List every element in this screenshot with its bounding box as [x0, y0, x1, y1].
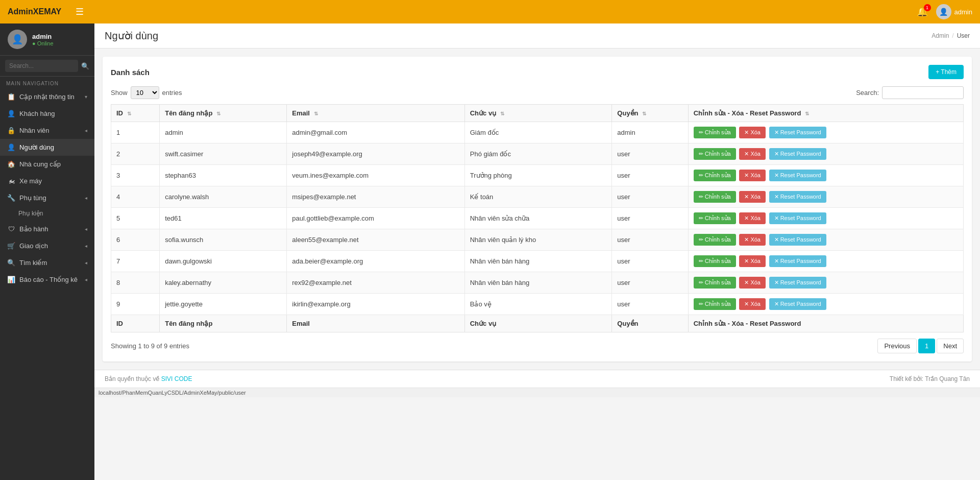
reset-button-4[interactable]: ✕ Reset Password	[769, 191, 826, 203]
delete-button-9[interactable]: ✕ Xóa	[739, 298, 766, 310]
previous-button[interactable]: Previous	[877, 339, 917, 353]
pagination-row: Showing 1 to 9 of 9 entries Previous 1 N…	[111, 339, 964, 353]
nav-icon-cap-nhat: 📋	[7, 93, 15, 101]
sidebar-item-phu-tung[interactable]: 🔧 Phụ tùng ◂	[0, 189, 94, 206]
reset-button-5[interactable]: ✕ Reset Password	[769, 212, 826, 224]
reset-button-6[interactable]: ✕ Reset Password	[769, 234, 826, 246]
show-label: Show	[111, 89, 128, 97]
col-chuc-vu: Chức vụ ⇅	[464, 105, 612, 122]
cell-id: 9	[111, 294, 160, 315]
add-button[interactable]: + Thêm	[928, 65, 964, 79]
table-row: 2 swift.casimer joseph49@example.org Phó…	[111, 143, 964, 165]
top-navbar: AdminXEMAY ☰ 🔔 1 👤 admin	[0, 0, 980, 23]
main-content: Người dùng Admin / User Danh sách + Thêm…	[94, 23, 980, 480]
brand-logo: AdminXEMAY	[8, 7, 61, 16]
cell-email: ada.beier@example.org	[287, 251, 464, 272]
cell-quyen: user	[612, 186, 688, 208]
edit-button-9[interactable]: ✏ Chỉnh sửa	[694, 298, 736, 310]
breadcrumb: Admin / User	[932, 32, 970, 39]
edit-button-7[interactable]: ✏ Chỉnh sửa	[694, 255, 736, 267]
delete-button-6[interactable]: ✕ Xóa	[739, 234, 766, 246]
reset-button-8[interactable]: ✕ Reset Password	[769, 277, 826, 289]
table-row: 1 admin admin@gmail.com Giám đốc admin ✏…	[111, 122, 964, 143]
table-row: 6 sofia.wunsch aleen55@example.net Nhân …	[111, 229, 964, 251]
table-row: 5 ted61 paul.gottlieb@example.com Nhân v…	[111, 208, 964, 229]
edit-button-5[interactable]: ✏ Chỉnh sửa	[694, 212, 736, 224]
cell-username: stephan63	[160, 165, 287, 186]
edit-button-4[interactable]: ✏ Chỉnh sửa	[694, 191, 736, 203]
cell-quyen: user	[612, 143, 688, 165]
reset-button-9[interactable]: ✕ Reset Password	[769, 298, 826, 310]
sidebar-item-tim-kiem[interactable]: 🔍 Tìm kiếm ◂	[0, 254, 94, 271]
delete-button-5[interactable]: ✕ Xóa	[739, 212, 766, 224]
cell-email: aleen55@example.net	[287, 229, 464, 251]
reset-button-3[interactable]: ✕ Reset Password	[769, 170, 826, 181]
avatar: 👤	[936, 4, 951, 19]
cell-actions: ✏ Chỉnh sửa ✕ Xóa ✕ Reset Password	[688, 208, 963, 229]
show-entries: Show 10 25 50 100 entries	[111, 86, 182, 99]
sidebar-item-giao-dich[interactable]: 🛒 Giao dịch ◂	[0, 237, 94, 254]
edit-button-3[interactable]: ✏ Chỉnh sửa	[694, 170, 736, 181]
showing-text: Showing 1 to 9 of 9 entries	[111, 342, 189, 350]
pagination: Previous 1 Next	[877, 339, 964, 353]
cell-actions: ✏ Chỉnh sửa ✕ Xóa ✕ Reset Password	[688, 229, 963, 251]
footer-brand-link[interactable]: SIVI CODE	[161, 375, 192, 382]
delete-button-1[interactable]: ✕ Xóa	[739, 127, 766, 138]
cell-username: jettie.goyette	[160, 294, 287, 315]
sidebar-search-container: 🔍	[0, 56, 94, 77]
cell-chuc-vu: Bảo vệ	[464, 294, 612, 315]
page-1-button[interactable]: 1	[918, 339, 935, 353]
entries-select[interactable]: 10 25 50 100	[131, 86, 159, 99]
cell-actions: ✏ Chỉnh sửa ✕ Xóa ✕ Reset Password	[688, 143, 963, 165]
edit-button-1[interactable]: ✏ Chỉnh sửa	[694, 127, 736, 138]
cell-actions: ✏ Chỉnh sửa ✕ Xóa ✕ Reset Password	[688, 294, 963, 315]
table-controls: Show 10 25 50 100 entries Search:	[111, 86, 964, 99]
sidebar-item-nha-cung-cap[interactable]: 🏠 Nhà cung cấp	[0, 156, 94, 173]
sidebar-item-cap-nhat[interactable]: 📋 Cập nhật thông tin ▾	[0, 88, 94, 105]
cell-id: 3	[111, 165, 160, 186]
cell-username: sofia.wunsch	[160, 229, 287, 251]
cell-chuc-vu: Nhân viên bán hàng	[464, 251, 612, 272]
page-title: Người dùng	[105, 30, 158, 42]
designer-text: Thiết kế bởi: Trần Quang Tân	[890, 375, 970, 382]
cell-id: 4	[111, 186, 160, 208]
sidebar-item-phu-kien[interactable]: Phụ kiện	[0, 206, 94, 221]
next-button[interactable]: Next	[937, 339, 964, 353]
sidebar-item-nguoi-dung[interactable]: 👤 Người dùng	[0, 139, 94, 156]
footer-col-chuc-vu: Chức vụ	[464, 315, 612, 332]
nav-icon-khach-hang: 👤	[7, 110, 15, 117]
user-menu[interactable]: 👤 admin	[936, 4, 972, 19]
username-label: admin	[954, 8, 972, 16]
delete-button-8[interactable]: ✕ Xóa	[739, 277, 766, 289]
sidebar: 👤 admin Online 🔍 MAIN NAVIGATION 📋 Cập n…	[0, 23, 94, 480]
delete-button-7[interactable]: ✕ Xóa	[739, 255, 766, 267]
table-row: 4 carolyne.walsh msipes@example.net Kế t…	[111, 186, 964, 208]
cell-chuc-vu: Nhân viên quản lý kho	[464, 229, 612, 251]
reset-button-1[interactable]: ✕ Reset Password	[769, 127, 826, 138]
sidebar-item-nhan-vien[interactable]: 🔒 Nhân viên ◂	[0, 122, 94, 139]
search-input[interactable]	[5, 60, 78, 72]
sidebar-item-bao-cao[interactable]: 📊 Báo cáo - Thống kê ◂	[0, 271, 94, 288]
delete-button-4[interactable]: ✕ Xóa	[739, 191, 766, 203]
delete-button-2[interactable]: ✕ Xóa	[739, 148, 766, 160]
cell-quyen: user	[612, 251, 688, 272]
card-header: Danh sách + Thêm	[111, 65, 964, 79]
sidebar-item-xe-may[interactable]: 🏍 Xe máy	[0, 173, 94, 189]
delete-button-3[interactable]: ✕ Xóa	[739, 170, 766, 181]
reset-button-7[interactable]: ✕ Reset Password	[769, 255, 826, 267]
reset-button-2[interactable]: ✕ Reset Password	[769, 148, 826, 160]
cell-username: admin	[160, 122, 287, 143]
nav-icon-bao-cao: 📊	[7, 276, 15, 283]
edit-button-8[interactable]: ✏ Chỉnh sửa	[694, 277, 736, 289]
edit-button-6[interactable]: ✏ Chỉnh sửa	[694, 234, 736, 246]
hamburger-button[interactable]: ☰	[71, 4, 88, 19]
sidebar-item-bao-hanh[interactable]: 🛡 Bảo hành ◂	[0, 221, 94, 237]
table-row: 8 kaley.abernathy rex92@example.net Nhân…	[111, 272, 964, 294]
table-search-input[interactable]	[882, 86, 964, 99]
breadcrumb-user: User	[957, 32, 970, 39]
edit-button-2[interactable]: ✏ Chỉnh sửa	[694, 148, 736, 160]
nav-icon-bao-hanh: 🛡	[7, 225, 15, 233]
sidebar-item-khach-hang[interactable]: 👤 Khách hàng	[0, 105, 94, 122]
footer-col-username: Tên đăng nhập	[160, 315, 287, 332]
search-icon[interactable]: 🔍	[81, 62, 89, 70]
